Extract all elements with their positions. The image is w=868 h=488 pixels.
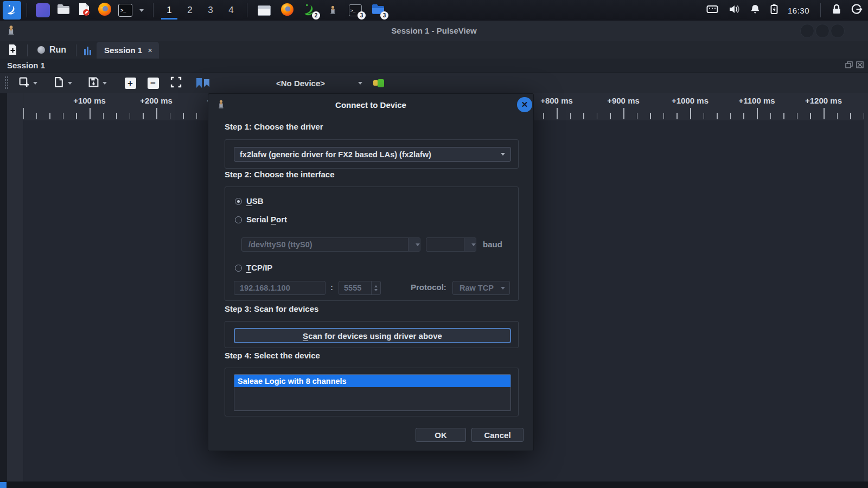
device-list-item[interactable]: Saleae Logic with 8 channels <box>234 375 510 387</box>
lock-icon[interactable] <box>832 4 841 17</box>
scan-devices-button[interactable]: Scan for devices using driver above <box>234 328 511 343</box>
workspace-3[interactable]: 3 <box>200 1 221 20</box>
save-file-dropdown[interactable] <box>101 75 108 91</box>
cancel-button[interactable]: Cancel <box>471 428 524 442</box>
divider <box>76 44 76 56</box>
notifications-bell-icon[interactable] <box>750 4 761 17</box>
run-label: Run <box>49 45 66 55</box>
ruler-minor-tick <box>717 113 718 119</box>
clock[interactable]: 16:30 <box>788 6 809 15</box>
battery-icon[interactable] <box>770 4 778 17</box>
step1-groupbox: fx2lafw (generic driver for FX2 based LA… <box>225 139 519 169</box>
cursor-flag-icon <box>196 78 202 88</box>
driver-select-value: fx2lafw (generic driver for FX2 based LA… <box>240 150 431 159</box>
chevron-down-icon <box>501 153 505 156</box>
serial-port-radio-label[interactable]: Serial Port <box>246 215 287 224</box>
workspace-2[interactable]: 2 <box>180 1 200 20</box>
new-session-button[interactable] <box>16 75 31 91</box>
dialog-close-button[interactable]: ✕ <box>517 97 532 112</box>
ruler-minor-tick <box>196 113 197 119</box>
step2-groupbox: USB Serial Port /dev/ttyS0 (ttyS0) baud … <box>225 187 519 301</box>
workspace-4[interactable]: 4 <box>221 1 241 20</box>
network-icon[interactable] <box>706 4 718 16</box>
new-session-dropdown[interactable] <box>31 75 39 91</box>
step1-label: Step 1: Choose the driver <box>225 122 323 131</box>
tab-close-icon[interactable]: × <box>148 46 152 55</box>
ruler-minor-tick <box>597 113 598 119</box>
step2-label: Step 2: Choose the interface <box>225 170 335 179</box>
ruler-minor-tick <box>610 113 611 119</box>
zoom-fit-button[interactable] <box>168 75 183 91</box>
ruler-label: +1000 ms <box>672 96 709 105</box>
task-kali-app[interactable]: 2 <box>301 1 319 20</box>
chevron-down-icon <box>471 243 476 246</box>
launcher-window-manager[interactable] <box>34 1 52 20</box>
task-firefox[interactable] <box>278 1 296 20</box>
launcher-terminal[interactable]: >_ <box>117 1 134 20</box>
ruler-major-tick <box>156 108 157 119</box>
zoom-out-button[interactable]: − <box>145 75 161 91</box>
divider <box>820 3 821 17</box>
new-session-tab-button[interactable] <box>3 42 22 59</box>
ok-button[interactable]: OK <box>416 428 466 442</box>
serial-port-radio[interactable] <box>235 216 242 223</box>
terminal-icon: >_ <box>118 4 132 17</box>
run-button[interactable]: Run <box>33 42 71 58</box>
device-list[interactable]: Saleae Logic with 8 channels <box>234 374 511 411</box>
launcher-file-manager[interactable] <box>55 1 72 20</box>
ruler-minor-tick <box>583 113 584 119</box>
divider <box>247 3 247 17</box>
firefox-icon <box>280 3 294 18</box>
power-icon[interactable] <box>851 4 863 17</box>
usb-radio-label[interactable]: USB <box>246 196 264 206</box>
ruler-minor-tick <box>743 113 744 119</box>
float-panel-icon[interactable] <box>845 61 853 70</box>
device-selector[interactable]: <No Device> <box>235 75 366 91</box>
window-titlebar: Session 1 - PulseView <box>0 21 868 41</box>
task-file-manager[interactable]: 3 <box>369 1 387 20</box>
launcher-text-editor[interactable] <box>75 1 93 20</box>
kali-menu-button[interactable] <box>3 1 21 20</box>
session-panel-title: Session 1 <box>7 61 45 70</box>
kali-dragon-icon <box>5 3 18 18</box>
driver-select[interactable]: fx2lafw (generic driver for FX2 based LA… <box>234 147 511 162</box>
zoom-in-button[interactable]: + <box>123 75 138 91</box>
connect-device-button[interactable] <box>373 79 384 87</box>
new-view-icon <box>18 76 30 90</box>
zoom-out-icon: − <box>148 78 159 89</box>
protocol-label: Protocol: <box>411 282 446 292</box>
launcher-terminal-dropdown[interactable] <box>137 1 146 20</box>
task-pulseview[interactable] <box>323 1 342 20</box>
launcher-firefox[interactable] <box>96 1 113 20</box>
connect-to-device-dialog: Connect to Device ✕ Step 1: Choose the d… <box>208 93 534 451</box>
open-file-button[interactable] <box>51 75 66 91</box>
tcpip-radio-label[interactable]: TCP/IP <box>246 263 272 272</box>
volume-icon[interactable] <box>728 4 740 17</box>
new-document-icon <box>8 44 17 57</box>
ruler-minor-tick <box>810 113 811 119</box>
pulseview-icon <box>329 4 337 17</box>
toolbar-drag-handle[interactable] <box>4 76 9 90</box>
ruler-minor-tick <box>637 113 638 119</box>
task-terminal[interactable]: >_ 3 <box>346 1 365 20</box>
window-close-button[interactable] <box>831 24 845 38</box>
save-file-button[interactable] <box>86 75 101 91</box>
step3-label: Step 3: Scan for devices <box>225 304 318 313</box>
window-icon <box>36 3 50 17</box>
task-window[interactable] <box>255 1 273 20</box>
close-panel-icon[interactable] <box>856 61 864 70</box>
vertical-scrollbar[interactable] <box>864 120 868 481</box>
ruler-minor-tick <box>850 113 851 119</box>
usb-radio[interactable] <box>235 198 242 205</box>
tcpip-radio[interactable] <box>235 265 242 272</box>
tab-session-1[interactable]: Session 1 × <box>97 42 159 59</box>
window-maximize-button[interactable] <box>815 24 829 38</box>
open-file-dropdown[interactable] <box>66 75 74 91</box>
workspace-1[interactable]: 1 <box>159 1 180 20</box>
show-cursors-button[interactable] <box>195 75 210 91</box>
window-minimize-button[interactable] <box>800 24 814 38</box>
window-icon <box>258 5 271 16</box>
signals-icon <box>84 46 91 55</box>
badge-count: 2 <box>312 11 320 20</box>
firefox-icon <box>98 2 112 18</box>
